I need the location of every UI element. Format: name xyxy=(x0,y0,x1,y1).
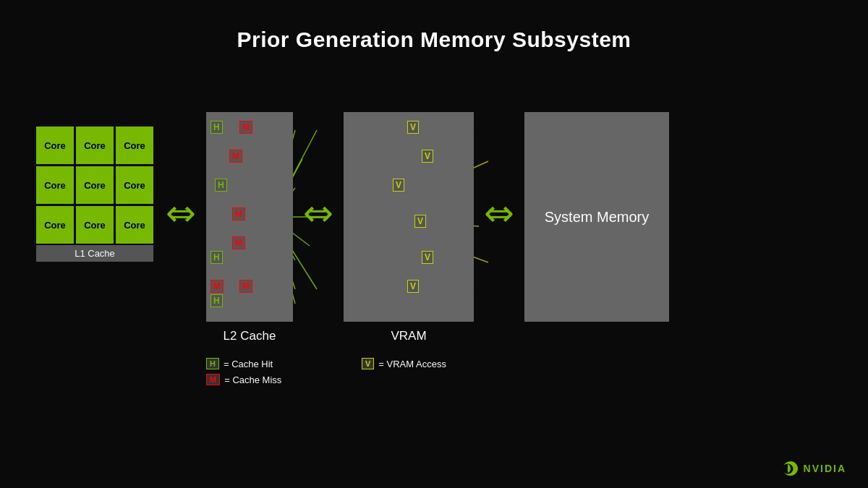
v-marker-2: V xyxy=(422,150,433,163)
v-marker-4: V xyxy=(414,215,426,228)
v-marker-6: V xyxy=(407,280,419,293)
cpu-block: Core Core Core Core Core Core Core Core … xyxy=(36,127,153,262)
slide: Prior Generation Memory Subsystem xyxy=(0,0,868,488)
arrow-l2-vram: ⇔ xyxy=(293,195,344,231)
h-marker-3: H xyxy=(210,251,223,264)
vram-legend-area: V = VRAM Access xyxy=(362,358,446,374)
legend-m-row: M = Cache Miss xyxy=(206,374,281,385)
core-cell: Core xyxy=(116,206,153,244)
l1-cache-label: L1 Cache xyxy=(36,245,153,262)
h-marker-1: H xyxy=(210,121,223,134)
m-marker-1: M xyxy=(239,121,252,134)
system-memory-box: System Memory xyxy=(524,112,669,322)
legend-v-badge: V xyxy=(362,358,374,369)
core-cell: Core xyxy=(36,206,74,244)
h-marker-2: H xyxy=(215,179,227,192)
l2-cache-label: L2 Cache xyxy=(206,329,293,343)
core-cell: Core xyxy=(116,127,153,164)
v-marker-1: V xyxy=(407,121,419,134)
core-cell: Core xyxy=(116,166,153,204)
v-marker-3: V xyxy=(393,179,404,192)
l2-cache-box: H H H H M M M M M M xyxy=(206,112,293,322)
vram-box: V V V V V V xyxy=(344,112,474,322)
cores-grid: Core Core Core Core Core Core Core Core … xyxy=(36,127,153,244)
nvidia-text: NVIDIA xyxy=(804,463,846,474)
legend-area: H = Cache Hit M = Cache Miss xyxy=(206,358,281,390)
m-marker-6: M xyxy=(239,280,252,293)
core-cell: Core xyxy=(36,127,74,164)
nvidia-eye-icon xyxy=(782,460,799,477)
legend-m-text: = Cache Miss xyxy=(224,374,281,385)
core-cell: Core xyxy=(76,166,114,204)
system-memory-label: System Memory xyxy=(545,206,649,228)
legend-v-text: = VRAM Access xyxy=(378,359,446,369)
v-marker-5: V xyxy=(422,251,433,264)
legend-h-text: = Cache Hit xyxy=(224,359,273,369)
arrow-vram-sysmem: ⇔ xyxy=(474,195,524,231)
legend-v-row: V = VRAM Access xyxy=(362,358,446,369)
legend-h-row: H = Cache Hit xyxy=(206,358,281,369)
core-cell: Core xyxy=(76,206,114,244)
nvidia-logo: NVIDIA xyxy=(782,460,846,477)
core-cell: Core xyxy=(76,127,114,164)
legend-m-badge: M xyxy=(206,374,220,385)
core-cell: Core xyxy=(36,166,74,204)
m-marker-2: M xyxy=(229,150,242,163)
m-marker-5: M xyxy=(210,280,224,293)
legend-h-badge: H xyxy=(206,358,219,369)
m-marker-3: M xyxy=(232,207,245,221)
m-marker-4: M xyxy=(232,236,245,249)
vram-label: VRAM xyxy=(344,329,474,343)
page-title: Prior Generation Memory Subsystem xyxy=(0,0,868,52)
h-marker-4: H xyxy=(210,294,223,307)
arrow-cpu-l2: ⇔ xyxy=(156,195,206,231)
